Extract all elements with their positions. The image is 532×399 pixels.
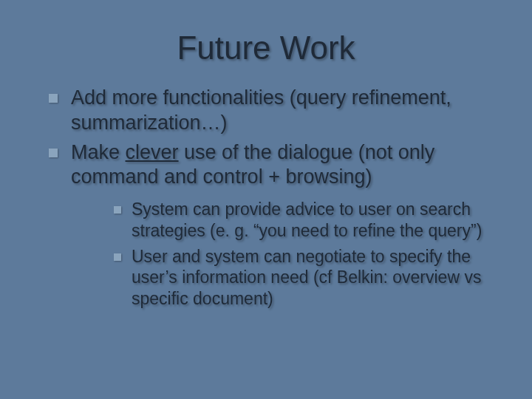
sub-bullet-item: System can provide advice to user on sea… xyxy=(111,199,495,242)
bullet-item: Add more functionalities (query refineme… xyxy=(44,86,495,136)
bullet-list-level1: Add more functionalities (query refineme… xyxy=(44,86,495,310)
bullet-text: Add more functionalities (query refineme… xyxy=(71,86,451,134)
bullet-text-pre: Make xyxy=(71,141,126,163)
sub-bullet-item: User and system can negotiate to specify… xyxy=(111,246,495,310)
bullet-item: Make clever use of the dialogue (not onl… xyxy=(44,140,495,310)
bullet-list-level2: System can provide advice to user on sea… xyxy=(111,199,495,310)
bullet-text-emphasis: clever xyxy=(126,141,179,163)
sub-bullet-text: User and system can negotiate to specify… xyxy=(132,247,481,309)
slide: Future Work Add more functionalities (qu… xyxy=(0,0,532,399)
sub-bullet-text: System can provide advice to user on sea… xyxy=(132,200,482,240)
slide-title: Future Work xyxy=(37,30,495,66)
